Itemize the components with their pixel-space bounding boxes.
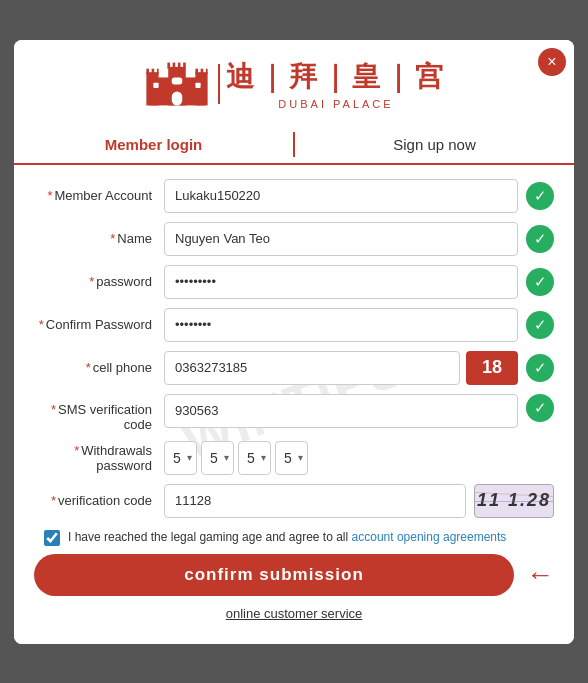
signup-modal: ×: [14, 40, 574, 644]
svg-rect-7: [195, 68, 198, 73]
online-service-link[interactable]: online customer service: [226, 606, 363, 621]
cell-phone-valid-icon: ✓: [526, 354, 554, 382]
captcha-line-1: [475, 501, 553, 502]
svg-rect-12: [177, 62, 180, 68]
withdrawals-password-label: *Withdrawals password: [34, 443, 164, 473]
member-account-valid-icon: ✓: [526, 182, 554, 210]
svg-rect-15: [153, 82, 158, 87]
cell-phone-input-group: 18: [164, 351, 518, 385]
agree-text: I have reached the legal gaming age and …: [68, 528, 506, 546]
svg-rect-1: [146, 72, 158, 105]
withdrawal-val-4: 5: [280, 450, 296, 466]
svg-rect-11: [172, 62, 175, 68]
withdrawal-select-1[interactable]: 5 ▾: [164, 441, 197, 475]
required-star: *: [89, 274, 94, 289]
withdrawal-select-4[interactable]: 5 ▾: [275, 441, 308, 475]
cell-phone-input[interactable]: [164, 351, 460, 385]
tabs-container: Member login Sign up now: [14, 126, 574, 165]
sms-verification-label: *SMS verification code: [34, 394, 164, 432]
verification-code-row: *verification code 11 1.28: [34, 484, 554, 518]
verification-input[interactable]: [164, 484, 466, 518]
castle-icon: [142, 59, 212, 109]
withdrawals-password-row: *Withdrawals password 5 ▾ 5 ▾ 5 ▾ 5 ▾: [34, 441, 554, 475]
withdrawal-val-1: 5: [169, 450, 185, 466]
confirm-password-valid-icon: ✓: [526, 311, 554, 339]
agree-text-label: I have reached the legal gaming age and …: [68, 530, 348, 544]
withdrawal-select-3[interactable]: 5 ▾: [238, 441, 271, 475]
required-star: *: [51, 402, 56, 417]
logo-text-area: 迪｜拜｜皇｜宫 DUBAI PALACE: [226, 58, 447, 110]
required-star: *: [74, 443, 79, 458]
withdrawal-arrow-4: ▾: [298, 452, 303, 463]
name-input[interactable]: [164, 222, 518, 256]
svg-rect-8: [200, 68, 203, 73]
verification-input-group: 11 1.28: [164, 484, 554, 518]
name-row: *Name ✓: [34, 222, 554, 256]
svg-rect-13: [183, 62, 186, 68]
sms-verification-row: *SMS verification code ✓: [34, 394, 554, 432]
tab-sign-up[interactable]: Sign up now: [295, 126, 574, 163]
withdrawal-selects-group: 5 ▾ 5 ▾ 5 ▾ 5 ▾: [164, 441, 554, 475]
submit-row: confirm submission ←: [34, 554, 554, 596]
member-account-label: *Member Account: [34, 188, 164, 203]
withdrawal-arrow-1: ▾: [187, 452, 192, 463]
captcha-image[interactable]: 11 1.28: [474, 484, 554, 518]
svg-rect-2: [195, 72, 207, 105]
confirm-password-row: *Confirm Password ✓: [34, 308, 554, 342]
svg-rect-5: [151, 68, 154, 73]
withdrawal-val-2: 5: [206, 450, 222, 466]
confirm-password-label: *Confirm Password: [34, 317, 164, 332]
member-account-row: *Member Account ✓: [34, 179, 554, 213]
withdrawal-arrow-2: ▾: [224, 452, 229, 463]
confirm-password-input[interactable]: [164, 308, 518, 342]
required-star: *: [47, 188, 52, 203]
agree-row: I have reached the legal gaming age and …: [44, 528, 554, 546]
withdrawal-val-3: 5: [243, 450, 259, 466]
service-link-row: online customer service: [34, 604, 554, 622]
svg-rect-14: [171, 91, 182, 105]
svg-rect-10: [167, 62, 170, 68]
logo-en-text: DUBAI PALACE: [226, 98, 447, 110]
svg-rect-6: [156, 68, 158, 73]
svg-rect-16: [195, 82, 200, 87]
logo-section: 迪｜拜｜皇｜宫 DUBAI PALACE: [14, 40, 574, 120]
name-label: *Name: [34, 231, 164, 246]
form-section: WINTIPS *Member Account ✓ *Name ✓ *passw…: [14, 165, 574, 644]
sms-badge[interactable]: 18: [466, 351, 518, 385]
required-star: *: [51, 493, 56, 508]
logo-divider: [218, 64, 220, 104]
password-valid-icon: ✓: [526, 268, 554, 296]
svg-rect-17: [171, 77, 182, 84]
sms-valid-icon: ✓: [526, 394, 554, 422]
verification-code-label: *verification code: [34, 493, 164, 508]
password-input[interactable]: [164, 265, 518, 299]
svg-rect-9: [205, 68, 207, 73]
withdrawal-arrow-3: ▾: [261, 452, 266, 463]
arrow-right-icon: ←: [526, 559, 554, 591]
withdrawal-select-2[interactable]: 5 ▾: [201, 441, 234, 475]
submit-button[interactable]: confirm submission: [34, 554, 514, 596]
password-row: *password ✓: [34, 265, 554, 299]
name-valid-icon: ✓: [526, 225, 554, 253]
required-star: *: [39, 317, 44, 332]
required-star: *: [86, 360, 91, 375]
svg-rect-4: [146, 68, 149, 73]
cell-phone-row: *cell phone 18 ✓: [34, 351, 554, 385]
agree-checkbox[interactable]: [44, 530, 60, 546]
account-agreements-link[interactable]: account opening agreements: [352, 530, 507, 544]
sms-verification-input[interactable]: [164, 394, 518, 428]
logo-cn-text: 迪｜拜｜皇｜宫: [226, 58, 447, 96]
password-label: *password: [34, 274, 164, 289]
required-star: *: [110, 231, 115, 246]
member-account-input[interactable]: [164, 179, 518, 213]
tab-member-login[interactable]: Member login: [14, 126, 293, 163]
close-button[interactable]: ×: [538, 48, 566, 76]
logo-row: 迪｜拜｜皇｜宫 DUBAI PALACE: [142, 58, 447, 110]
cell-phone-label: *cell phone: [34, 360, 164, 375]
